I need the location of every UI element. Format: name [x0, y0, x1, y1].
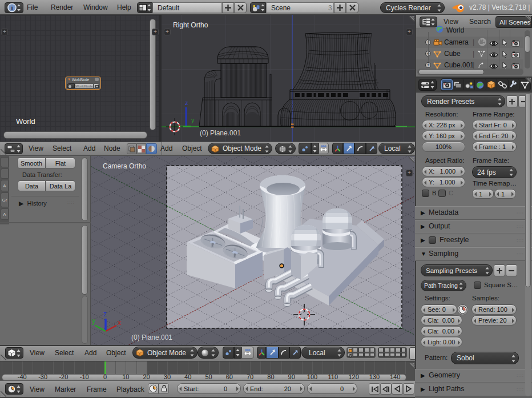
svg-text:x: x [118, 319, 121, 327]
svg-text:y: y [191, 116, 195, 123]
svg-text:z: z [103, 310, 107, 318]
svg-text:y: y [92, 317, 95, 325]
svg-text:z: z [185, 99, 188, 106]
svg-text:i: i [11, 5, 13, 11]
